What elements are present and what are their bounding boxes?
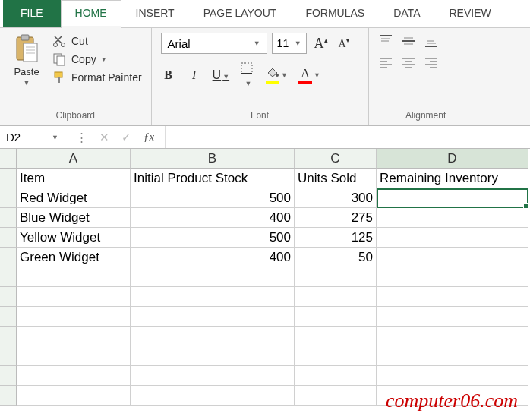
cell-c3[interactable]: 275 (295, 208, 377, 228)
col-header-b[interactable]: B (131, 149, 295, 169)
col-header-a[interactable]: A (17, 149, 131, 169)
cell-b9[interactable] (131, 327, 295, 346)
cell-b5[interactable]: 400 (131, 248, 295, 267)
cell-d2[interactable] (377, 188, 528, 208)
col-header-d[interactable]: D (377, 149, 528, 169)
font-size-select[interactable]: 11 ▼ (272, 33, 307, 54)
cancel-formula-button[interactable]: ✕ (99, 131, 109, 144)
tab-review[interactable]: REVIEW (434, 0, 505, 27)
cell-d7[interactable] (377, 287, 528, 307)
fill-color-button[interactable]: ▼ (266, 67, 288, 84)
cell-b11[interactable] (131, 366, 295, 386)
cell-c11[interactable] (295, 366, 377, 386)
cell-a9[interactable] (17, 327, 131, 346)
group-label-alignment: Alignment (378, 107, 474, 122)
cell-b3[interactable]: 400 (131, 208, 295, 228)
formula-input[interactable] (166, 126, 530, 148)
cell-a12[interactable] (17, 386, 131, 406)
align-center-button[interactable] (401, 55, 416, 69)
cell-c5[interactable]: 50 (295, 248, 377, 267)
row-header-1[interactable]: 1 (0, 169, 17, 188)
align-bottom-button[interactable] (424, 34, 439, 48)
cell-d8[interactable] (377, 307, 528, 327)
cell-d11[interactable] (377, 366, 528, 386)
tab-home[interactable]: HOME (61, 0, 121, 27)
cell-d9[interactable] (377, 327, 528, 346)
ribbon: Paste ▼ Cut Copy ▼ (0, 27, 530, 126)
row-header-12[interactable]: 12 (0, 386, 17, 406)
tab-formulas[interactable]: FORMULAS (291, 0, 379, 27)
borders-button[interactable]: ▼ (240, 62, 255, 89)
row-header-3[interactable]: 3 (0, 208, 17, 228)
decrease-font-button[interactable]: A▾ (336, 37, 352, 50)
cell-c7[interactable] (295, 287, 377, 307)
underline-button[interactable]: U▼ (213, 68, 229, 82)
align-right-button[interactable] (424, 55, 439, 69)
row-header-6[interactable]: 6 (0, 267, 17, 287)
row-header-9[interactable]: 9 (0, 327, 17, 346)
cell-a3[interactable]: Blue Widget (17, 208, 131, 228)
cell-a1[interactable]: Item (17, 169, 131, 188)
row-header-2[interactable]: 2 (0, 188, 17, 208)
tab-data[interactable]: DATA (379, 0, 434, 27)
cell-d4[interactable] (377, 228, 528, 248)
cell-c4[interactable]: 125 (295, 228, 377, 248)
format-painter-button[interactable]: Format Painter (52, 71, 142, 84)
cell-c10[interactable] (295, 346, 377, 366)
cut-button[interactable]: Cut (52, 34, 142, 48)
tab-page-layout[interactable]: PAGE LAYOUT (189, 0, 292, 27)
cell-c1[interactable]: Units Sold (295, 169, 377, 188)
cell-d6[interactable] (377, 267, 528, 287)
increase-font-button[interactable]: A▴ (311, 36, 331, 52)
font-name-select[interactable]: Arial ▼ (161, 33, 267, 54)
cell-b4[interactable]: 500 (131, 228, 295, 248)
cell-a6[interactable] (17, 267, 131, 287)
cell-a4[interactable]: Yellow Widget (17, 228, 131, 248)
row-header-7[interactable]: 7 (0, 287, 17, 307)
cell-c2[interactable]: 300 (295, 188, 377, 208)
font-color-icon: A (298, 67, 312, 84)
align-top-button[interactable] (378, 34, 393, 48)
cell-b8[interactable] (131, 307, 295, 327)
bold-button[interactable]: B (161, 68, 176, 82)
cell-d3[interactable] (377, 208, 528, 228)
cell-c8[interactable] (295, 307, 377, 327)
cell-d5[interactable] (377, 248, 528, 267)
cell-b6[interactable] (131, 267, 295, 287)
cell-b2[interactable]: 500 (131, 188, 295, 208)
cell-c9[interactable] (295, 327, 377, 346)
select-all-corner[interactable] (0, 149, 17, 169)
cell-b7[interactable] (131, 287, 295, 307)
cell-b12[interactable] (131, 386, 295, 406)
cell-a7[interactable] (17, 287, 131, 307)
italic-button[interactable]: I (187, 68, 202, 82)
row-header-4[interactable]: 4 (0, 228, 17, 248)
paste-button[interactable]: Paste ▼ (9, 33, 44, 88)
accept-formula-button[interactable]: ✓ (121, 131, 131, 144)
row-header-8[interactable]: 8 (0, 307, 17, 327)
cell-d1[interactable]: Remaining Inventory (377, 169, 528, 188)
copy-button[interactable]: Copy ▼ (52, 52, 142, 66)
cell-c12[interactable] (295, 386, 377, 406)
insert-function-button[interactable]: ƒx (144, 131, 154, 144)
tab-file[interactable]: FILE (3, 0, 61, 27)
name-box[interactable]: D2 ▼ (0, 126, 65, 148)
cell-a8[interactable] (17, 307, 131, 327)
cell-c6[interactable] (295, 267, 377, 287)
cell-a2[interactable]: Red Widget (17, 188, 131, 208)
align-left-button[interactable] (378, 55, 393, 69)
cell-a11[interactable] (17, 366, 131, 386)
col-header-c[interactable]: C (295, 149, 377, 169)
cell-a10[interactable] (17, 346, 131, 366)
cell-b1[interactable]: Initial Product Stock (131, 169, 295, 188)
tab-insert[interactable]: INSERT (121, 0, 189, 27)
row-header-11[interactable]: 11 (0, 366, 17, 386)
cell-d10[interactable] (377, 346, 528, 366)
row-header-5[interactable]: 5 (0, 248, 17, 267)
cell-a5[interactable]: Green Widget (17, 248, 131, 267)
font-color-button[interactable]: A▼ (298, 67, 320, 84)
row-header-10[interactable]: 10 (0, 346, 17, 366)
spreadsheet-grid[interactable]: A B C D 1 Item Initial Product Stock Uni… (0, 149, 530, 406)
align-middle-button[interactable] (401, 34, 416, 48)
cell-b10[interactable] (131, 346, 295, 366)
